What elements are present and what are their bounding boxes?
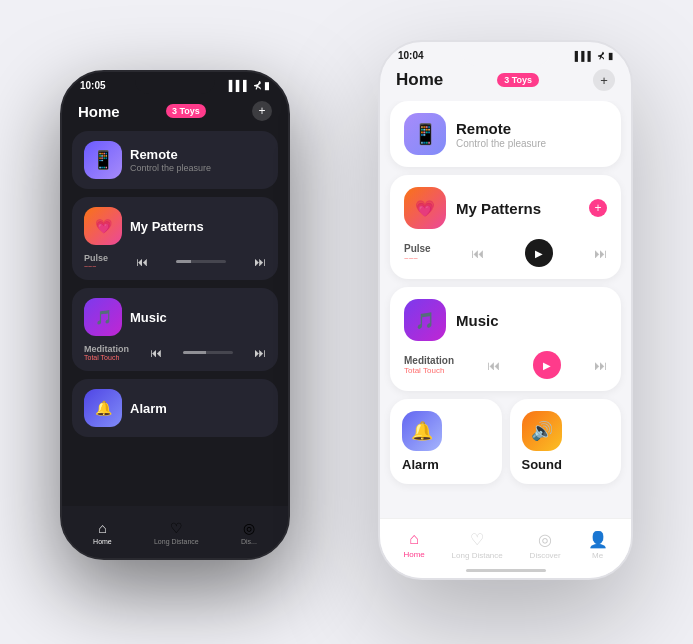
back-bottom-nav: ⌂ Home ♡ Long Distance ◎ Dis... bbox=[62, 506, 288, 558]
back-patterns-sublabel: ~~~ bbox=[84, 263, 108, 270]
front-icon-alarm: 🔔 bbox=[402, 411, 442, 451]
back-remote-subtitle: Control the pleasure bbox=[130, 163, 211, 173]
back-status-icons: ▌▌▌ ⊀ ▮ bbox=[229, 80, 270, 91]
front-wifi-icon: ⊀ bbox=[597, 51, 605, 61]
front-music-play[interactable]: ▶ bbox=[533, 351, 561, 379]
front-card-sound[interactable]: 🔊 Sound bbox=[510, 399, 622, 484]
back-time: 10:05 bbox=[80, 80, 106, 91]
back-patterns-prev[interactable]: ⏮ bbox=[136, 255, 148, 269]
signal-icon: ▌▌▌ bbox=[229, 80, 250, 91]
back-card-music[interactable]: 🎵 Music Meditation Total Touch ⏮ ⏭ bbox=[72, 288, 278, 371]
front-home-indicator bbox=[466, 569, 546, 572]
back-header: Home 3 Toys + bbox=[62, 95, 288, 131]
front-music-next[interactable]: ⏭ bbox=[594, 358, 607, 373]
front-notch bbox=[461, 42, 551, 66]
back-patterns-label: Pulse bbox=[84, 253, 108, 263]
front-sound-title: Sound bbox=[522, 457, 562, 472]
wifi-icon: ⊀ bbox=[253, 80, 261, 91]
back-icon-music: 🎵 bbox=[84, 298, 122, 336]
phone-back: 10:05 ▌▌▌ ⊀ ▮ Home 3 Toys + 📱 bbox=[60, 70, 290, 560]
front-nav-me-icon: 👤 bbox=[588, 530, 608, 549]
back-nav-dis-icon: ◎ bbox=[243, 520, 255, 536]
front-nav-dis-label: Discover bbox=[530, 551, 561, 560]
back-music-next[interactable]: ⏭ bbox=[254, 346, 266, 360]
front-card-remote[interactable]: 📱 Remote Control the pleasure bbox=[390, 101, 621, 167]
front-battery-icon: ▮ bbox=[608, 51, 613, 61]
front-bottom-nav: ⌂ Home ♡ Long Distance ◎ Discover 👤 Me bbox=[380, 518, 631, 578]
back-nav-home[interactable]: ⌂ Home bbox=[93, 520, 112, 545]
back-nav-home-icon: ⌂ bbox=[98, 520, 106, 536]
front-add-icon: + bbox=[600, 73, 608, 88]
front-music-prev[interactable]: ⏮ bbox=[487, 358, 500, 373]
front-nav-home-label: Home bbox=[403, 550, 424, 559]
front-remote-title: Remote bbox=[456, 120, 546, 137]
front-icon-patterns: 💗 bbox=[404, 187, 446, 229]
front-patterns-sublabel: ~~~ bbox=[404, 254, 431, 263]
back-nav-dis-label: Dis... bbox=[241, 538, 257, 545]
back-nav-home-label: Home bbox=[93, 538, 112, 545]
front-time: 10:04 bbox=[398, 50, 424, 61]
back-nav-long-icon: ♡ bbox=[170, 520, 183, 536]
front-icon-music: 🎵 bbox=[404, 299, 446, 341]
back-card-patterns[interactable]: 💗 My Patterns Pulse ~~~ ⏮ ⏭ bbox=[72, 197, 278, 280]
front-card-music[interactable]: 🎵 Music Meditation Total Touch ⏮ ▶ ⏭ bbox=[390, 287, 621, 391]
front-nav-long-label: Long Distance bbox=[452, 551, 503, 560]
back-nav-discover[interactable]: ◎ Dis... bbox=[241, 520, 257, 545]
back-header-title: Home bbox=[78, 103, 120, 120]
phone-front: 10:04 ▌▌▌ ⊀ ▮ Home 3 Toys + bbox=[378, 40, 633, 580]
front-music-title: Music bbox=[456, 312, 499, 329]
front-icon-remote: 📱 bbox=[404, 113, 446, 155]
front-card-alarm[interactable]: 🔔 Alarm bbox=[390, 399, 502, 484]
back-patterns-title: My Patterns bbox=[130, 219, 204, 234]
front-header-badge: 3 Toys bbox=[497, 73, 539, 87]
back-card-remote[interactable]: 📱 Remote Control the pleasure bbox=[72, 131, 278, 189]
scene: 10:05 ▌▌▌ ⊀ ▮ Home 3 Toys + 📱 bbox=[0, 0, 693, 644]
front-status-icons: ▌▌▌ ⊀ ▮ bbox=[575, 51, 613, 61]
back-icon-alarm: 🔔 bbox=[84, 389, 122, 427]
front-nav-home-icon: ⌂ bbox=[409, 530, 419, 548]
front-header: Home 3 Toys + bbox=[380, 65, 631, 101]
battery-icon: ▮ bbox=[264, 80, 270, 91]
back-icon-patterns: 💗 bbox=[84, 207, 122, 245]
back-add-button[interactable]: + bbox=[252, 101, 272, 121]
front-nav-home[interactable]: ⌂ Home bbox=[403, 530, 424, 559]
back-alarm-title: Alarm bbox=[130, 401, 167, 416]
back-add-icon: + bbox=[258, 104, 265, 118]
front-patterns-add-button[interactable]: + bbox=[589, 199, 607, 217]
front-bottom-row: 🔔 Alarm 🔊 Sound bbox=[390, 399, 621, 484]
back-music-prev[interactable]: ⏮ bbox=[150, 346, 162, 360]
front-icon-sound: 🔊 bbox=[522, 411, 562, 451]
front-music-sublabel: Total Touch bbox=[404, 366, 454, 375]
back-nav-longdistance[interactable]: ♡ Long Distance bbox=[154, 520, 199, 545]
back-icon-remote: 📱 bbox=[84, 141, 122, 179]
front-nav-long-icon: ♡ bbox=[470, 530, 484, 549]
back-remote-title: Remote bbox=[130, 147, 211, 162]
front-header-title: Home bbox=[396, 70, 443, 90]
back-music-label: Meditation bbox=[84, 344, 129, 354]
front-patterns-label: Pulse bbox=[404, 243, 431, 254]
back-patterns-next[interactable]: ⏭ bbox=[254, 255, 266, 269]
front-patterns-prev[interactable]: ⏮ bbox=[471, 246, 484, 261]
front-patterns-play[interactable]: ▶ bbox=[525, 239, 553, 267]
front-nav-longdistance[interactable]: ♡ Long Distance bbox=[452, 530, 503, 560]
front-alarm-title: Alarm bbox=[402, 457, 439, 472]
back-header-badge: 3 Toys bbox=[166, 104, 206, 118]
back-notch bbox=[135, 72, 215, 94]
front-patterns-next[interactable]: ⏭ bbox=[594, 246, 607, 261]
front-nav-me-label: Me bbox=[592, 551, 603, 560]
front-card-patterns[interactable]: 💗 My Patterns + Pulse ~~~ ⏮ ▶ ⏭ bbox=[390, 175, 621, 279]
front-remote-subtitle: Control the pleasure bbox=[456, 138, 546, 149]
front-patterns-title: My Patterns bbox=[456, 200, 579, 217]
front-nav-discover[interactable]: ◎ Discover bbox=[530, 530, 561, 560]
front-signal-icon: ▌▌▌ bbox=[575, 51, 594, 61]
back-music-sublabel: Total Touch bbox=[84, 354, 129, 361]
back-nav-long-label: Long Distance bbox=[154, 538, 199, 545]
back-card-alarm[interactable]: 🔔 Alarm bbox=[72, 379, 278, 437]
front-scroll-area: 📱 Remote Control the pleasure 💗 My Patte… bbox=[380, 101, 631, 578]
front-nav-me[interactable]: 👤 Me bbox=[588, 530, 608, 560]
front-nav-dis-icon: ◎ bbox=[538, 530, 552, 549]
front-music-label: Meditation bbox=[404, 355, 454, 366]
back-music-title: Music bbox=[130, 310, 167, 325]
front-add-button[interactable]: + bbox=[593, 69, 615, 91]
